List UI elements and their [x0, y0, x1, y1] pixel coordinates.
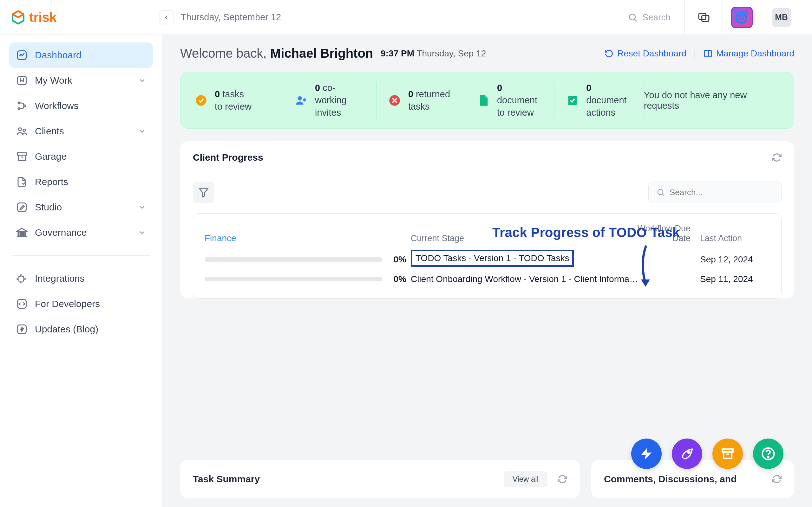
welcome-text: Welcome back, Michael Brighton [180, 46, 373, 60]
chevron-down-icon [138, 127, 146, 135]
nav-studio[interactable]: Studio [9, 194, 153, 220]
bolt-icon [640, 447, 653, 461]
refresh-button[interactable] [558, 474, 567, 484]
nav-governance[interactable]: Governance [9, 220, 153, 245]
svg-marker-38 [641, 448, 652, 460]
nav-label: For Developers [35, 298, 100, 309]
refresh-button[interactable] [772, 474, 781, 484]
avatar: MB [772, 8, 791, 27]
collapse-sidebar-button[interactable] [159, 10, 173, 24]
user-menu[interactable]: MB [761, 0, 802, 35]
nav-my-work[interactable]: My Work [9, 68, 153, 93]
nav-label: Workflows [35, 101, 79, 111]
fab-help[interactable] [753, 439, 783, 469]
refresh-icon [772, 474, 781, 484]
nav-label: Integrations [35, 273, 85, 284]
task-summary-panel: Task Summary View all [180, 460, 580, 498]
svg-marker-23 [20, 327, 23, 332]
progress-row[interactable]: 0%Client Onboarding Workflow - Version 1… [205, 274, 770, 284]
code-icon [16, 298, 28, 310]
nav-dashboard[interactable]: Dashboard [9, 43, 153, 68]
nav-label: Clients [35, 126, 64, 136]
svg-point-0 [629, 14, 636, 20]
progress-bar [205, 257, 382, 262]
nav-updates-blog-[interactable]: Updates (Blog) [9, 317, 153, 342]
svg-rect-18 [22, 231, 23, 236]
panel-search-input[interactable] [670, 187, 774, 198]
svg-point-9 [19, 128, 21, 131]
reset-dashboard-link[interactable]: Reset Dashboard [605, 49, 687, 59]
progress-row[interactable]: 0%TODO Tasks - Version 1 - TODO TasksSep… [205, 250, 770, 269]
x-circle-icon [388, 94, 401, 107]
view-all-button[interactable]: View all [504, 471, 548, 487]
nav-label: Updates (Blog) [35, 324, 98, 335]
nav-label: Garage [35, 151, 67, 162]
stat-tasks-review[interactable]: 0 tasksto review [194, 88, 283, 113]
svg-marker-34 [200, 189, 208, 197]
client-card: Finance Current Stage Workflow Due Date … [193, 213, 781, 298]
fab-rocket[interactable] [672, 439, 702, 469]
svg-rect-19 [25, 231, 26, 236]
nav-integrations[interactable]: Integrations [9, 266, 153, 291]
global-search[interactable]: Search [620, 0, 684, 35]
search-icon [628, 12, 638, 22]
svg-point-10 [23, 129, 26, 131]
undo-icon [605, 49, 613, 58]
search-label: Search [642, 12, 670, 22]
layout-icon [704, 49, 712, 58]
bolt-icon [16, 323, 28, 335]
nav-garage[interactable]: Garage [9, 144, 153, 169]
svg-rect-16 [18, 231, 19, 236]
fab-bolt[interactable] [631, 439, 662, 469]
chevron-down-icon [138, 228, 146, 237]
search-icon [656, 188, 665, 197]
panel-search[interactable] [648, 181, 781, 203]
chevron-down-icon [138, 203, 146, 211]
task-summary-title: Task Summary [193, 474, 260, 485]
annotation-text: Track Progress of TODO Task [492, 225, 680, 240]
nav-reports[interactable]: Reports [9, 169, 153, 194]
svg-point-35 [658, 189, 663, 194]
messages-button[interactable] [684, 0, 722, 35]
svg-point-27 [298, 96, 302, 100]
comments-title: Comments, Discussions, and [604, 474, 737, 485]
stat-coworking[interactable]: 0 co-workinginvites [283, 82, 376, 119]
archive-icon [16, 151, 28, 163]
archive-icon [721, 447, 734, 461]
svg-point-44 [768, 457, 769, 458]
refresh-button[interactable] [772, 153, 781, 162]
rocket-icon [680, 447, 694, 461]
app-launcher[interactable]: 🌀 [722, 0, 761, 35]
progress-bar [205, 277, 382, 281]
main-content: Welcome back, Michael Brighton 9:37 PM T… [162, 35, 812, 507]
filter-button[interactable] [193, 181, 214, 203]
nav-clients[interactable]: Clients [9, 118, 153, 144]
sidebar-divider [12, 256, 150, 256]
last-action: Sep 12, 2024 [700, 255, 770, 265]
client-link[interactable]: Finance [205, 233, 411, 243]
annotation-arrow-icon [637, 244, 656, 288]
svg-rect-17 [20, 231, 21, 236]
document-check-icon [566, 94, 579, 107]
logo[interactable]: trisk [10, 9, 56, 25]
nav-for-developers[interactable]: For Developers [9, 291, 153, 317]
app-icon: 🌀 [731, 7, 753, 28]
chart-icon [16, 49, 28, 61]
nav-workflows[interactable]: Workflows [9, 93, 153, 118]
stat-doc-actions[interactable]: 0 documentactions [554, 82, 644, 119]
question-icon [761, 447, 775, 461]
document-icon [477, 94, 490, 107]
fab-archive[interactable] [712, 439, 743, 469]
topbar: trisk Thursday, September 12 Search 🌀 MB [0, 0, 812, 35]
no-requests-text: You do not have any new requests [644, 90, 780, 111]
users-icon [16, 125, 28, 137]
svg-line-1 [635, 19, 637, 21]
progress-pct: 0% [389, 274, 411, 284]
user-plus-icon [295, 94, 308, 107]
svg-point-7 [18, 108, 20, 110]
nav-label: Studio [35, 202, 62, 213]
stat-doc-review[interactable]: 0 documentto review [465, 82, 554, 119]
svg-point-39 [688, 451, 690, 453]
manage-dashboard-link[interactable]: Manage Dashboard [704, 49, 794, 59]
stat-returned[interactable]: 0 returnedtasks [376, 88, 465, 113]
